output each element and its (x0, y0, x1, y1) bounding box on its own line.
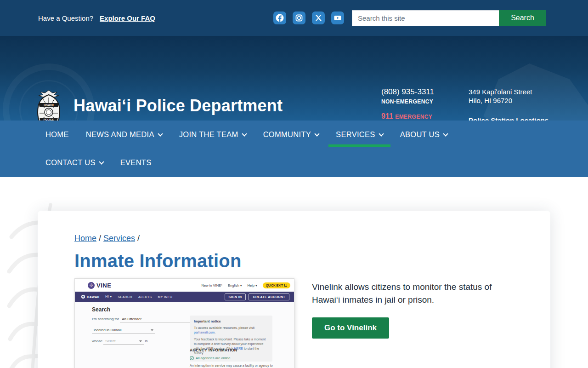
nav-item-community[interactable]: COMMUNITY (256, 121, 326, 149)
agency-status: ✓ All agencies are online (190, 356, 277, 360)
breadcrumb-home-link[interactable]: Home (74, 234, 96, 243)
vinelink-screenshot: ✣ VINE New in VINE* English ▾ Help ▾ QUI… (74, 278, 294, 368)
question-label: Have a Question? (38, 14, 93, 22)
address-block: 349 Kapiʻolani Street Hilo, HI 96720 Pol… (469, 87, 548, 121)
vine-quick-exit-button[interactable]: QUICK EXIT (263, 282, 290, 288)
nav-label: CONTACT US (45, 158, 96, 167)
emergency-number: 911 (381, 112, 393, 120)
vine-location-select[interactable]: located in Hawaii (92, 328, 155, 334)
chevron-down-icon (158, 131, 163, 136)
agency-status-label: All agencies are online (196, 356, 230, 360)
phone-number: (808) 935-3311 (381, 87, 439, 97)
vine-state-code-select[interactable]: HI ▾ (105, 295, 112, 299)
nav-item-home[interactable]: HOME (38, 121, 76, 149)
vine-brand-text: VINE (96, 282, 111, 289)
quick-exit-label: QUICK EXIT (266, 284, 283, 287)
utility-top-bar: Have a Question? Explore Our FAQ Search (0, 0, 588, 36)
site-search: Search (352, 10, 546, 26)
youtube-icon[interactable] (331, 12, 344, 24)
resources-link[interactable]: parhawaii.com (194, 331, 215, 334)
vine-top-links: New in VINE* English ▾ Help ▾ QUICK EXIT (202, 282, 290, 288)
search-button[interactable]: Search (499, 10, 546, 26)
chevron-down-icon (314, 131, 319, 136)
breadcrumb-services-link[interactable]: Services (103, 234, 135, 243)
page-title: Inmate Information (74, 251, 550, 271)
vine-account-buttons: SIGN IN CREATE ACCOUNT (225, 293, 289, 300)
vine-nav-bar: ✣ HAWAII HI ▾ SEARCH ALERTS MY INFO SIGN… (75, 292, 294, 302)
chevron-down-icon (242, 131, 247, 136)
svg-text:HAWAII: HAWAII (44, 104, 54, 106)
nav-label: ABOUT US (400, 130, 440, 139)
notice-line-1: To access available resources, please vi… (194, 326, 268, 335)
chevron-down-icon (379, 131, 384, 136)
vine-new-link[interactable]: New in VINE* (202, 283, 222, 288)
breadcrumb-separator: / (99, 234, 101, 243)
main-navigation: HOME NEWS AND MEDIA JOIN THE TEAM COMMUN… (0, 121, 588, 177)
nav-label: HOME (45, 130, 69, 139)
vine-criteria-select[interactable]: Select (103, 339, 144, 345)
nav-label: EVENTS (120, 158, 152, 167)
vine-search-heading: Search (92, 306, 110, 313)
vine-row3-suffix: is (145, 339, 148, 343)
vine-language-select[interactable]: English ▾ (228, 283, 242, 288)
police-station-locations-link[interactable]: Police Station Locations (469, 116, 548, 121)
nav-label: COMMUNITY (263, 130, 311, 139)
nav-item-contact-us[interactable]: CONTACT US (38, 149, 111, 177)
vine-search-row-3: whose Select is (92, 339, 147, 345)
site-header: HAWAII POLICE DEPT Hawaiʻi Police Depart… (0, 36, 588, 121)
content-card: Home / Services / Inmate Information ✣ V… (38, 211, 550, 368)
vine-state-selector[interactable]: ✣ HAWAII (81, 295, 99, 299)
nav-item-join-the-team[interactable]: JOIN THE TEAM (172, 121, 254, 149)
address-line1: 349 Kapiʻolani Street (469, 87, 548, 96)
vine-top-bar: ✣ VINE New in VINE* English ▾ Help ▾ QUI… (75, 279, 294, 292)
emergency-label: EMERGENCY (395, 114, 432, 120)
agency-heading: AGENCY INFORMATION (190, 348, 277, 352)
vine-search-row-2: located in Hawaii (92, 328, 155, 334)
vine-nav-search[interactable]: SEARCH (118, 295, 132, 299)
phone-block: (808) 935-3311 NON-EMERGENCY 911 EMERGEN… (381, 87, 439, 121)
vine-create-account-button[interactable]: CREATE ACCOUNT (249, 293, 289, 300)
instagram-icon[interactable] (293, 12, 305, 24)
chevron-down-icon (99, 159, 104, 164)
nav-row-1: HOME NEWS AND MEDIA JOIN THE TEAM COMMUN… (38, 121, 588, 149)
go-to-vinelink-button[interactable]: Go to Vinelink (312, 317, 389, 339)
agency-body-text: An interruption in service may cause a f… (190, 363, 277, 368)
nav-row-2: CONTACT US EVENTS (38, 149, 588, 177)
site-title: Hawaiʻi Police Department (74, 96, 293, 115)
nav-label: NEWS AND MEDIA (86, 130, 154, 139)
vine-nav-myinfo[interactable]: MY INFO (158, 295, 172, 299)
vine-nav-alerts[interactable]: ALERTS (138, 295, 152, 299)
vine-search-row-1: I'm searching for An Offender (92, 317, 198, 322)
nav-label: JOIN THE TEAM (179, 130, 238, 139)
address-line2: Hilo, HI 96720 (469, 96, 548, 105)
breadcrumb-separator: / (137, 234, 140, 243)
police-badge-logo: HAWAII POLICE DEPT (34, 89, 63, 121)
emergency-line: 911 EMERGENCY (381, 112, 439, 121)
state-label: HAWAII (87, 295, 99, 299)
search-input[interactable] (352, 10, 499, 26)
notice-title: Important notice (194, 319, 268, 323)
nav-item-services[interactable]: SERVICES (328, 121, 390, 149)
nav-item-about-us[interactable]: ABOUT US (393, 121, 455, 149)
nav-item-news-and-media[interactable]: NEWS AND MEDIA (79, 121, 170, 149)
social-links (273, 12, 344, 24)
nav-item-events[interactable]: EVENTS (113, 149, 159, 177)
faq-link[interactable]: Explore Our FAQ (100, 14, 155, 22)
vine-agency-info: AGENCY INFORMATION ✓ All agencies are on… (190, 348, 277, 368)
state-icon: ✣ (81, 295, 85, 299)
facebook-icon[interactable] (273, 12, 286, 24)
vine-logo: ✣ VINE (88, 282, 111, 289)
x-twitter-icon[interactable] (312, 12, 325, 24)
exit-icon (284, 284, 287, 287)
vine-row3-label: whose (92, 339, 102, 343)
header-titles: Hawaiʻi Police Department Making Hawaiʻi… (74, 96, 293, 121)
check-circle-icon: ✓ (190, 356, 194, 360)
vine-body: Search I'm searching for An Offender loc… (75, 302, 294, 368)
vine-sign-in-button[interactable]: SIGN IN (225, 293, 246, 300)
vine-help-menu[interactable]: Help ▾ (248, 283, 257, 288)
breadcrumb: Home / Services / (74, 234, 550, 243)
vine-offender-select[interactable]: An Offender (120, 317, 198, 322)
vine-row1-label: I'm searching for (92, 317, 119, 321)
vine-logo-icon: ✣ (88, 282, 95, 289)
nav-label: SERVICES (336, 130, 375, 139)
